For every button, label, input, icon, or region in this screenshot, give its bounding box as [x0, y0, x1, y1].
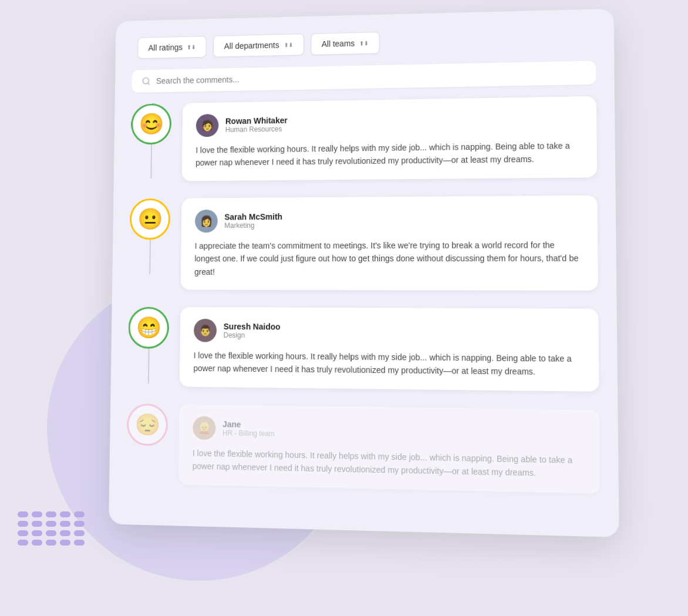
emoji-rating: 😐 — [130, 198, 171, 240]
search-icon — [141, 76, 150, 86]
comment-text: I love the flexible working hours. It re… — [195, 139, 582, 170]
timeline-line — [149, 238, 151, 274]
user-info: Suresh Naidoo Design — [224, 322, 281, 339]
emoji-rating: 😊 — [131, 103, 171, 144]
user-name: Sarah McSmith — [224, 212, 282, 221]
svg-line-1 — [148, 83, 150, 85]
user-name: Jane — [222, 419, 275, 429]
ratings-arrow-icon: ⬆⬇ — [187, 44, 195, 51]
user-department: Marketing — [224, 221, 282, 230]
comment-card: 👱 Jane HR - Billing team I love the flex… — [178, 404, 600, 493]
comment-row: 😔 👱 Jane HR - Billing team I love the fl… — [126, 403, 601, 512]
timeline-line — [148, 348, 150, 383]
avatar: 👨 — [194, 319, 217, 342]
comment-text: I love the flexible working hours. It re… — [193, 349, 584, 379]
avatar: 🧑 — [196, 114, 219, 137]
comment-text: I appreciate the team's commitment to me… — [194, 238, 583, 279]
comment-header: 👨 Suresh Naidoo Design — [194, 319, 584, 345]
search-input[interactable] — [156, 68, 585, 86]
comment-card: 👩 Sarah McSmith Marketing I appreciate t… — [181, 195, 598, 290]
ratings-filter[interactable]: All ratings ⬆⬇ — [137, 36, 207, 59]
avatar: 👩 — [195, 210, 218, 233]
timeline-line — [150, 143, 152, 179]
comment-header: 🧑 Rowan Whitaker Human Resources — [196, 108, 582, 137]
comment-header: 👩 Sarah McSmith Marketing — [195, 207, 583, 233]
comment-header: 👱 Jane HR - Billing team — [193, 416, 585, 446]
user-department: Human Resources — [225, 125, 288, 134]
background-dots — [18, 511, 88, 546]
avatar: 👱 — [193, 416, 215, 440]
emoji-rating: 😔 — [127, 403, 168, 446]
emoji-rating: 😁 — [128, 307, 169, 349]
filter-bar: All ratings ⬆⬇ All departments ⬆⬇ All te… — [132, 27, 596, 59]
comment-row: 😐 👩 Sarah McSmith Marketing I appreciate… — [129, 195, 598, 308]
user-name: Rowan Whitaker — [225, 116, 288, 126]
comment-text: I love the flexible working hours. It re… — [193, 446, 585, 481]
user-department: HR - Billing team — [222, 429, 275, 438]
user-info: Rowan Whitaker Human Resources — [225, 116, 288, 134]
teams-arrow-icon: ⬆⬇ — [359, 40, 369, 46]
user-info: Jane HR - Billing team — [222, 419, 275, 438]
teams-filter[interactable]: All teams ⬆⬇ — [311, 32, 380, 55]
search-bar — [131, 61, 596, 93]
comments-list: 😊 🧑 Rowan Whitaker Human Resources I lov… — [126, 96, 601, 512]
departments-filter-label: All departments — [224, 41, 279, 51]
user-department: Design — [224, 331, 281, 340]
departments-arrow-icon: ⬆⬇ — [284, 42, 293, 48]
user-name: Suresh Naidoo — [224, 322, 281, 331]
comment-card: 🧑 Rowan Whitaker Human Resources I love … — [182, 96, 597, 181]
teams-filter-label: All teams — [322, 39, 355, 49]
departments-filter[interactable]: All departments ⬆⬇ — [213, 33, 303, 57]
comment-row: 😁 👨 Suresh Naidoo Design I love the flex… — [127, 307, 599, 410]
user-info: Sarah McSmith Marketing — [224, 212, 282, 230]
main-panel: All ratings ⬆⬇ All departments ⬆⬇ All te… — [109, 9, 619, 537]
comment-row: 😊 🧑 Rowan Whitaker Human Resources I lov… — [130, 96, 598, 198]
ratings-filter-label: All ratings — [149, 43, 183, 53]
comment-card: 👨 Suresh Naidoo Design I love the flexib… — [180, 307, 599, 392]
